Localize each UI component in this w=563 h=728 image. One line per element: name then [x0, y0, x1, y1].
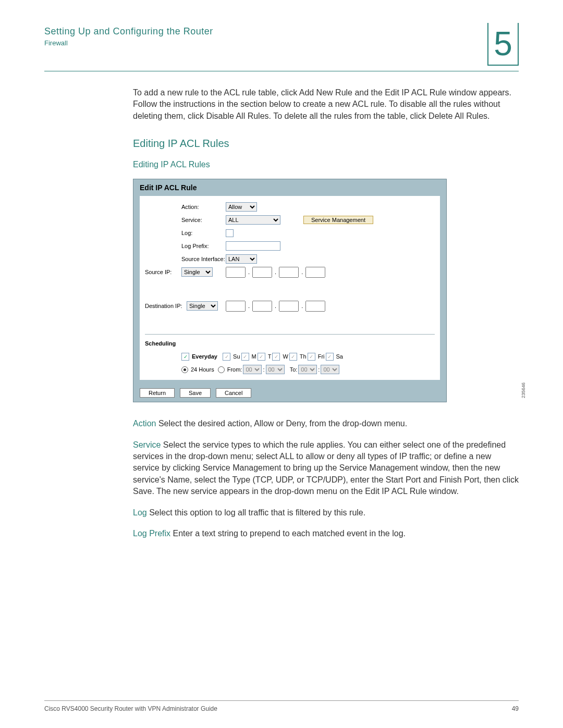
source-ip-label: Source IP:	[145, 269, 181, 275]
24hours-radio[interactable]	[181, 366, 188, 373]
figure-caption: Editing IP ACL Rules	[133, 160, 519, 169]
day-fri-checkbox[interactable]: ✓	[308, 353, 315, 361]
header-rule	[44, 71, 519, 71]
day-sa-checkbox[interactable]: ✓	[326, 353, 334, 361]
def-log-prefix: Log Prefix Enter a text string to prepen…	[133, 528, 519, 539]
edit-ip-acl-screenshot: Edit IP ACL Rule Action: Allow Servi	[133, 179, 519, 402]
source-interface-label: Source Interface:	[181, 256, 226, 262]
from-label: From:	[227, 366, 242, 373]
dest-ip-oct1[interactable]	[226, 301, 246, 312]
from-mm-select[interactable]: 00	[266, 365, 285, 374]
service-management-button[interactable]: Service Management	[303, 216, 373, 224]
to-mm-select[interactable]: 00	[321, 365, 339, 374]
to-hh-select[interactable]: 00	[298, 365, 317, 374]
day-m-checkbox[interactable]: ✓	[241, 353, 249, 361]
day-su-checkbox[interactable]: ✓	[223, 353, 230, 361]
to-label: To:	[290, 366, 298, 373]
dest-ip-oct3[interactable]	[279, 301, 299, 312]
dest-ip-oct2[interactable]	[252, 301, 272, 312]
log-label: Log:	[181, 230, 226, 236]
source-ip-oct1[interactable]	[226, 267, 246, 278]
source-ip-oct4[interactable]	[305, 267, 325, 278]
header-title: Setting Up and Configuring the Router	[44, 26, 487, 37]
from-hh-select[interactable]: 00	[243, 365, 262, 374]
section-heading: Editing IP ACL Rules	[133, 138, 519, 150]
intro-paragraph: To add a new rule to the ACL rule table,…	[133, 87, 519, 122]
day-w-checkbox[interactable]: ✓	[272, 353, 280, 361]
def-action: Action Select the desired action, Allow …	[133, 418, 519, 429]
source-ip-oct2[interactable]	[252, 267, 272, 278]
dest-ip-oct4[interactable]	[305, 301, 325, 312]
dest-ip-mode-select[interactable]: Single	[187, 301, 218, 311]
day-th-checkbox[interactable]: ✓	[289, 353, 297, 361]
source-ip-mode-select[interactable]: Single	[181, 267, 213, 277]
footer-page-number: 49	[512, 705, 519, 712]
figure-id: 235646	[521, 382, 526, 398]
source-ip-oct3[interactable]	[279, 267, 299, 278]
24hours-label: 24 Hours	[191, 366, 214, 373]
service-label: Service:	[181, 217, 226, 223]
footer-guide: Cisco RVS4000 Security Router with VPN A…	[44, 705, 217, 712]
def-log: Log Select this option to log all traffi…	[133, 507, 519, 519]
from-radio[interactable]	[218, 366, 225, 373]
everyday-label: Everyday	[192, 353, 217, 360]
cancel-button[interactable]: Cancel	[216, 388, 251, 398]
action-select[interactable]: Allow	[226, 202, 257, 212]
scheduling-label: Scheduling	[145, 340, 176, 347]
chapter-number: 5	[487, 23, 519, 66]
everyday-checkbox[interactable]: ✓	[181, 353, 189, 361]
header-subtitle: Firewall	[44, 39, 487, 47]
def-service: Service Select the service types to whic…	[133, 439, 519, 498]
dest-ip-label: Destination IP:	[145, 303, 187, 309]
service-select[interactable]: ALL	[226, 215, 280, 225]
log-checkbox[interactable]: ✓	[226, 229, 234, 237]
source-interface-select[interactable]: LAN	[226, 254, 257, 264]
save-button[interactable]: Save	[180, 388, 211, 398]
action-label: Action:	[181, 204, 226, 210]
panel-title: Edit IP ACL Rule	[133, 179, 446, 196]
log-prefix-input[interactable]	[226, 241, 280, 251]
return-button[interactable]: Return	[140, 388, 175, 398]
day-t-checkbox[interactable]: ✓	[258, 353, 265, 361]
log-prefix-label: Log Prefix:	[181, 243, 226, 249]
